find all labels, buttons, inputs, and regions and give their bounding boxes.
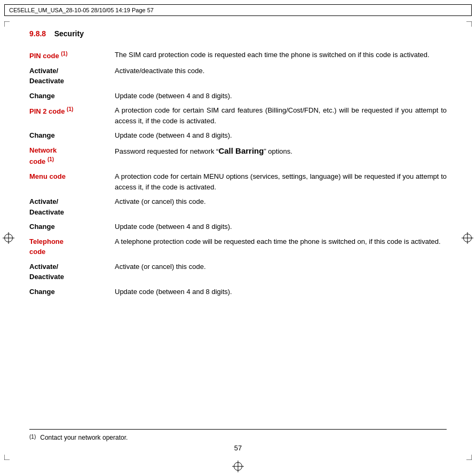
desc-telephone-code: A telephone protection code will be requ… [115, 234, 447, 259]
footnote-text: (1) Contact your network operator. [29, 434, 447, 441]
desc-activate-3: Activate (or cancel) this code. [115, 259, 447, 284]
desc-activate-2: Activate (or cancel) this code. [115, 194, 447, 219]
reg-mark-left [4, 234, 13, 242]
table-row: PIN 2 code (1) A protection code for cer… [29, 103, 447, 128]
footnote-area: (1) Contact your network operator. [29, 429, 447, 441]
label-activate-3: Activate/Deactivate [29, 259, 115, 284]
content-table: PIN code (1) The SIM card protection cod… [29, 47, 447, 299]
table-row: Change Update code (between 4 and 8 digi… [29, 219, 447, 234]
desc-menu-code: A protection code for certain MENU optio… [115, 169, 447, 194]
label-change-2: Change [29, 128, 115, 143]
corner-mark-top-left [4, 21, 15, 32]
reg-mark-right [463, 234, 472, 242]
superscript-pin2: (1) [67, 106, 73, 112]
table-row: Networkcode (1) Password requested for n… [29, 143, 447, 169]
label-telephone-code: Telephonecode [29, 234, 115, 259]
table-row: Telephonecode A telephone protection cod… [29, 234, 447, 259]
desc-pin2-code: A protection code for certain SIM card f… [115, 103, 447, 128]
page-container: CE5ELLE_UM_USA_28-10-05 28/10/05 14:19 P… [0, 0, 476, 476]
desc-change-4: Update code (between 4 and 8 digits). [115, 284, 447, 299]
section-title: Security [54, 29, 84, 38]
superscript-pin: (1) [61, 51, 67, 57]
footnote-content: Contact your network operator. [40, 434, 128, 441]
label-change-4: Change [29, 284, 115, 299]
table-row: Change Update code (between 4 and 8 digi… [29, 284, 447, 299]
label-pin-code: PIN code (1) [29, 47, 115, 64]
label-menu-code: Menu code [29, 169, 115, 194]
section-number: 9.8.8 [29, 29, 46, 38]
desc-activate-1: Activate/deactivate this code. [115, 64, 447, 89]
label-network-code: Networkcode (1) [29, 143, 115, 169]
table-row: Activate/Deactivate Activate (or cancel)… [29, 259, 447, 284]
label-change-3: Change [29, 219, 115, 234]
main-content: 9.8.8 Security PIN code (1) The SIM card… [29, 29, 447, 444]
table-row: Change Update code (between 4 and 8 digi… [29, 128, 447, 143]
header-bar: CE5ELLE_UM_USA_28-10-05 28/10/05 14:19 P… [4, 4, 472, 16]
header-text: CE5ELLE_UM_USA_28-10-05 28/10/05 14:19 P… [9, 7, 154, 13]
corner-mark-bottom-left [4, 449, 15, 460]
label-pin2-code: PIN 2 code (1) [29, 103, 115, 128]
table-row: Activate/Deactivate Activate/deactivate … [29, 64, 447, 89]
corner-mark-top-right [461, 21, 472, 32]
desc-change-2: Update code (between 4 and 8 digits). [115, 128, 447, 143]
desc-change-1: Update code (between 4 and 8 digits). [115, 89, 447, 104]
superscript-network: (1) [47, 156, 54, 162]
desc-change-3: Update code (between 4 and 8 digits). [115, 219, 447, 234]
reg-mark-bottom [234, 462, 242, 471]
label-change-1: Change [29, 89, 115, 104]
table-row: Change Update code (between 4 and 8 digi… [29, 89, 447, 104]
label-activate-2: Activate/Deactivate [29, 194, 115, 219]
desc-pin-code: The SIM card protection code is requeste… [115, 47, 447, 64]
table-row: Menu code A protection code for certain … [29, 169, 447, 194]
desc-network-code: Password requested for network “Call Bar… [115, 143, 447, 169]
table-row: Activate/Deactivate Activate (or cancel)… [29, 194, 447, 219]
footnote-number: (1) [29, 434, 36, 441]
call-barring-text: Call Barring [218, 146, 264, 155]
corner-mark-bottom-right [461, 449, 472, 460]
table-row: PIN code (1) The SIM card protection cod… [29, 47, 447, 64]
label-activate-1: Activate/Deactivate [29, 64, 115, 89]
section-heading: 9.8.8 Security [29, 29, 447, 38]
page-number: 57 [234, 444, 242, 452]
